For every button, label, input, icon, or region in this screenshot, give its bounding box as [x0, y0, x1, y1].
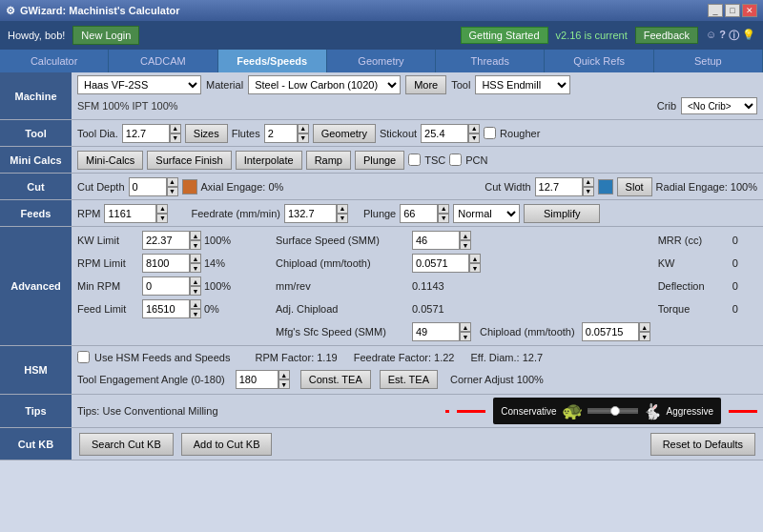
tip-icon[interactable]: 💡 — [742, 29, 755, 43]
chipload-input[interactable] — [412, 254, 469, 273]
maximize-button[interactable]: □ — [725, 4, 740, 17]
surface-speed-input[interactable] — [412, 231, 460, 250]
kw-limit-input[interactable] — [142, 231, 190, 250]
mini-calcs-button[interactable]: Mini-Calcs — [77, 151, 143, 170]
tea-up[interactable]: ▲ — [278, 370, 290, 379]
tab-quick-refs[interactable]: Quick Refs — [545, 50, 653, 72]
flutes-up[interactable]: ▲ — [298, 124, 309, 133]
flutes-input[interactable] — [264, 124, 298, 143]
tsc-checkbox[interactable] — [408, 153, 421, 166]
min-rpm-up[interactable]: ▲ — [190, 276, 201, 286]
mfg-sfc-down[interactable]: ▼ — [460, 332, 471, 341]
machine-select[interactable]: Haas VF-2SS — [77, 75, 201, 94]
getting-started-button[interactable]: Getting Started — [461, 27, 548, 44]
ramp-button[interactable]: Ramp — [306, 151, 351, 170]
plunge-mini-button[interactable]: Plunge — [355, 151, 404, 170]
material-select[interactable]: Steel - Low Carbon (1020) — [248, 75, 401, 94]
tea-input[interactable] — [236, 370, 278, 389]
cut-depth-down[interactable]: ▼ — [167, 187, 178, 196]
plunge-up[interactable]: ▲ — [438, 204, 449, 214]
feedrate-up[interactable]: ▲ — [337, 204, 348, 214]
info-icon[interactable]: ⓘ — [729, 29, 739, 43]
rpm-limit-down[interactable]: ▼ — [190, 263, 201, 273]
plunge-down[interactable]: ▼ — [438, 214, 449, 223]
feed-limit-input[interactable] — [142, 299, 190, 318]
min-rpm-input[interactable] — [142, 276, 190, 296]
crib-select[interactable]: <No Crib> — [681, 97, 757, 114]
tab-calculator[interactable]: Calculator — [0, 50, 109, 72]
plunge-mode-select[interactable]: Normal — [453, 204, 520, 223]
pcn-checkbox[interactable] — [449, 153, 462, 166]
feed-limit-up[interactable]: ▲ — [190, 299, 201, 309]
geometry-button[interactable]: Geometry — [313, 124, 376, 143]
interpolate-button[interactable]: Interpolate — [236, 151, 302, 170]
tab-geometry[interactable]: Geometry — [327, 50, 436, 72]
use-hsm-checkbox[interactable] — [77, 351, 90, 363]
question-icon[interactable]: ? — [719, 29, 726, 43]
tab-cadcam[interactable]: CADCAM — [109, 50, 217, 72]
reset-defaults-button[interactable]: Reset to Defaults — [650, 433, 755, 456]
chipload-down[interactable]: ▼ — [469, 263, 481, 273]
ss-down[interactable]: ▼ — [460, 240, 471, 250]
cut-depth-input[interactable] — [129, 177, 167, 196]
kw-down[interactable]: ▼ — [190, 240, 201, 250]
tool-dia-up[interactable]: ▲ — [170, 124, 181, 133]
advanced-section: Advanced KW Limit ▲ ▼ 100% — [0, 227, 763, 346]
add-to-cut-kb-button[interactable]: Add to Cut KB — [181, 433, 273, 456]
more-button[interactable]: More — [405, 75, 446, 94]
rpm-limit-up[interactable]: ▲ — [190, 254, 201, 263]
chipload2-input[interactable] — [582, 322, 639, 341]
plunge-input[interactable] — [400, 204, 438, 223]
cut-width-up[interactable]: ▲ — [583, 177, 594, 187]
slider-thumb[interactable] — [610, 406, 620, 416]
close-button[interactable]: ✕ — [742, 4, 757, 17]
cut-depth-up[interactable]: ▲ — [167, 177, 178, 187]
tool-dia-input[interactable] — [122, 124, 170, 143]
stickout-up[interactable]: ▲ — [468, 124, 480, 133]
feedrate-input[interactable] — [284, 204, 337, 223]
feed-limit-down[interactable]: ▼ — [190, 309, 201, 318]
feedrate-down[interactable]: ▼ — [337, 214, 348, 223]
stickout-input[interactable] — [421, 124, 468, 143]
kw-up[interactable]: ▲ — [190, 231, 201, 240]
slot-button[interactable]: Slot — [617, 177, 652, 196]
cut-content: Cut Depth ▲ ▼ Axial Engage: 0% Cut Width… — [72, 174, 763, 199]
tool-dia-spinner: ▲ ▼ — [122, 124, 181, 143]
smiley-icon[interactable]: ☺ — [706, 29, 716, 43]
cut-depth-color-icon[interactable] — [182, 179, 197, 194]
feedback-button[interactable]: Feedback — [635, 27, 698, 44]
cut-width-color-icon[interactable] — [598, 179, 613, 194]
tab-threads[interactable]: Threads — [436, 50, 545, 72]
simplify-button[interactable]: Simplify — [524, 204, 600, 223]
ss-up[interactable]: ▲ — [460, 231, 471, 240]
rpm-input[interactable] — [104, 204, 156, 223]
rougher-checkbox[interactable] — [484, 127, 496, 139]
flutes-down[interactable]: ▼ — [298, 133, 309, 143]
aggressive-label: Aggressive — [667, 406, 713, 417]
surface-finish-button[interactable]: Surface Finish — [147, 151, 231, 170]
new-login-button[interactable]: New Login — [72, 26, 139, 45]
tool-dia-down[interactable]: ▼ — [170, 133, 181, 143]
cut-width-input[interactable] — [535, 177, 583, 196]
tab-setup[interactable]: Setup — [654, 50, 763, 72]
mfg-sfc-up[interactable]: ▲ — [460, 322, 471, 332]
min-rpm-down[interactable]: ▼ — [190, 286, 201, 296]
rpm-limit-input[interactable] — [142, 254, 190, 273]
minimize-button[interactable]: _ — [708, 4, 723, 17]
slider-track[interactable] — [588, 408, 638, 414]
cut-width-down[interactable]: ▼ — [583, 187, 594, 196]
chipload-up[interactable]: ▲ — [469, 254, 481, 263]
mfg-sfc-input[interactable] — [412, 322, 460, 341]
search-cut-kb-button[interactable]: Search Cut KB — [79, 433, 174, 456]
stickout-down[interactable]: ▼ — [468, 133, 480, 143]
est-tea-button[interactable]: Est. TEA — [380, 370, 438, 389]
chipload2-up[interactable]: ▲ — [639, 322, 650, 332]
const-tea-button[interactable]: Const. TEA — [300, 370, 371, 389]
rpm-down[interactable]: ▼ — [156, 214, 168, 223]
tab-feeds-speeds[interactable]: Feeds/Speeds — [218, 50, 327, 72]
tea-down[interactable]: ▼ — [278, 379, 290, 389]
tool-type-select[interactable]: HSS Endmill — [475, 75, 570, 94]
chipload2-down[interactable]: ▼ — [639, 332, 650, 341]
rpm-up[interactable]: ▲ — [156, 204, 168, 214]
sizes-button[interactable]: Sizes — [185, 124, 228, 143]
